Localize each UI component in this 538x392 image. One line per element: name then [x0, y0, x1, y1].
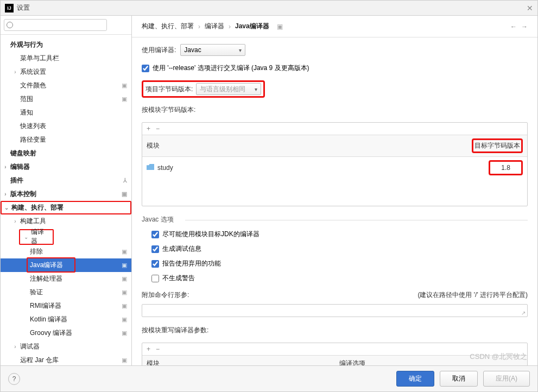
- project-badge-icon: ▣: [122, 357, 127, 364]
- tree-menu-toolbar[interactable]: 菜单与工具栏: [1, 52, 131, 65]
- crumb-1[interactable]: 构建、执行、部署: [142, 22, 194, 31]
- settings-tree: 外观与行为 菜单与工具栏 ›系统设置 文件颜色▣ 范围▣ 通知 快速列表 路径变…: [1, 35, 131, 365]
- use-compiler-select[interactable]: Javac: [180, 44, 245, 56]
- project-badge-icon: ▣: [122, 289, 127, 296]
- chevron-right-icon: ›: [10, 344, 20, 350]
- tree-exclude[interactable]: 排除▣: [1, 245, 131, 258]
- sidebar: 外观与行为 菜单与工具栏 ›系统设置 文件颜色▣ 范围▣ 通知 快速列表 路径变…: [1, 16, 132, 365]
- tree-build-exec-deploy[interactable]: ⌄构建、执行、部署: [1, 201, 131, 214]
- module-bytecode-table: + − 模块 目标字节码版本 study 1.8: [142, 122, 528, 206]
- tree-plugins[interactable]: 插件⅄: [1, 174, 131, 187]
- tree-keymap[interactable]: 键盘映射: [1, 147, 131, 160]
- additional-params-input[interactable]: [142, 304, 528, 317]
- opt-no-warnings-checkbox[interactable]: 不生成警告: [151, 274, 528, 283]
- opt-module-jdk-checkbox[interactable]: 尽可能使用模块目标JDK的编译器: [151, 230, 528, 239]
- search-icon: [4, 19, 128, 31]
- tree-path-vars[interactable]: 路径变量: [1, 133, 131, 147]
- tree-groovy-compiler[interactable]: Groovy 编译器▣: [1, 326, 131, 340]
- titlebar: IJ 设置 ✕: [1, 1, 537, 16]
- chevron-right-icon: ›: [10, 218, 20, 224]
- chevron-right-icon: ›: [1, 191, 10, 197]
- tree-appearance[interactable]: 外观与行为: [1, 38, 131, 52]
- opt-deprecated-checkbox[interactable]: 报告使用弃用的功能: [151, 259, 528, 268]
- project-badge-icon: ▣: [122, 82, 127, 89]
- tree-validation[interactable]: 验证▣: [1, 286, 131, 299]
- tree-debugger[interactable]: ›调试器: [1, 340, 131, 353]
- tree-file-colors[interactable]: 文件颜色▣: [1, 79, 131, 92]
- tree-notifications[interactable]: 通知: [1, 106, 131, 119]
- chevron-right-icon: ›: [1, 164, 10, 170]
- nav-forward-icon[interactable]: →: [521, 23, 528, 30]
- tree-scope[interactable]: 范围▣: [1, 92, 131, 106]
- window-title: 设置: [17, 3, 527, 12]
- breadcrumb: 构建、执行、部署 › 编译器 › Java编译器 ▣ ← →: [132, 16, 537, 37]
- chevron-down-icon: ⌄: [2, 205, 11, 211]
- bytecode-version-label: 项目字节码版本:: [145, 85, 193, 94]
- project-badge-icon: ▣: [122, 316, 127, 323]
- bytecode-version-select[interactable]: 与语言级别相同: [196, 83, 261, 95]
- chevron-right-icon: ›: [229, 23, 231, 30]
- col-module[interactable]: 模块: [142, 356, 335, 365]
- override-params-label: 按模块重写编译器参数:: [142, 326, 208, 335]
- chevron-down-icon: ⌄: [21, 234, 31, 240]
- tree-kotlin-compiler[interactable]: Kotlin 编译器▣: [1, 313, 131, 326]
- main-panel: 使用编译器: Javac 使用 '--release' 选项进行交叉编译 (Ja…: [132, 37, 537, 365]
- app-logo-icon: IJ: [5, 4, 14, 12]
- tree-build-tools[interactable]: ›构建工具: [1, 214, 131, 228]
- per-module-label: 按模块字节码版本:: [142, 105, 195, 115]
- ok-button[interactable]: 确定: [396, 371, 434, 387]
- lang-badge-icon: ⅄: [123, 177, 127, 184]
- javac-section-title: Javac 选项: [142, 215, 528, 224]
- additional-params-label: 附加命令行形参:: [142, 290, 189, 300]
- crumb-current: Java编译器: [235, 22, 269, 31]
- project-badge-icon: ▣: [122, 330, 127, 337]
- apply-button[interactable]: 应用(A): [483, 371, 530, 387]
- close-icon[interactable]: ✕: [527, 4, 533, 12]
- project-badge-icon: ▣: [122, 262, 127, 269]
- tree-version-control[interactable]: ›版本控制▣: [1, 187, 131, 201]
- remove-icon[interactable]: −: [156, 125, 160, 132]
- add-icon[interactable]: +: [147, 345, 150, 353]
- remove-icon[interactable]: −: [156, 345, 160, 353]
- project-badge-icon: ▣: [122, 248, 127, 255]
- dialog-footer: ? 确定 取消 应用(A): [1, 365, 537, 391]
- project-badge-icon: ▣: [277, 23, 283, 30]
- add-icon[interactable]: +: [147, 125, 150, 132]
- project-badge-icon: ▣: [122, 96, 127, 103]
- cancel-button[interactable]: 取消: [440, 371, 478, 387]
- crumb-2[interactable]: 编译器: [205, 22, 224, 31]
- project-badge-icon: ▣: [122, 302, 127, 309]
- opt-debug-info-checkbox[interactable]: 生成调试信息: [151, 244, 528, 254]
- tree-compiler[interactable]: ⌄编译器: [20, 230, 53, 244]
- col-target[interactable]: 目标字节码版本: [474, 142, 520, 149]
- tree-rmi-compiler[interactable]: RMI编译器▣: [1, 299, 131, 313]
- table-row[interactable]: study 1.8: [142, 157, 527, 179]
- use-compiler-label: 使用编译器:: [142, 46, 176, 55]
- col-compile-opts[interactable]: 编译选项: [335, 356, 528, 365]
- additional-params-hint: (建议在路径中使用 '/' 进行跨平台配置): [417, 290, 528, 300]
- tree-annotation-processor[interactable]: 注解处理器▣: [1, 272, 131, 286]
- search-input[interactable]: [4, 19, 107, 31]
- project-badge-icon: ▣: [122, 275, 127, 282]
- tree-remote-jar[interactable]: 远程 Jar 仓库▣: [1, 353, 131, 366]
- col-module[interactable]: 模块: [142, 135, 462, 157]
- chevron-right-icon: ›: [10, 69, 20, 75]
- tree-editor[interactable]: ›编辑器: [1, 160, 131, 174]
- override-params-table: + − 模块 编译选项 study -parameters: [142, 343, 528, 365]
- module-icon: [147, 164, 154, 170]
- tree-java-compiler[interactable]: Java编译器▣: [1, 258, 131, 272]
- help-icon[interactable]: ?: [8, 373, 20, 385]
- chevron-right-icon: ›: [198, 23, 200, 30]
- nav-back-icon[interactable]: ←: [510, 23, 517, 30]
- release-checkbox[interactable]: 使用 '--release' 选项进行交叉编译 (Java 9 及更高版本): [142, 64, 309, 73]
- tree-system-settings[interactable]: ›系统设置: [1, 65, 131, 79]
- project-badge-icon: ▣: [122, 191, 127, 198]
- tree-quick-lists[interactable]: 快速列表: [1, 119, 131, 133]
